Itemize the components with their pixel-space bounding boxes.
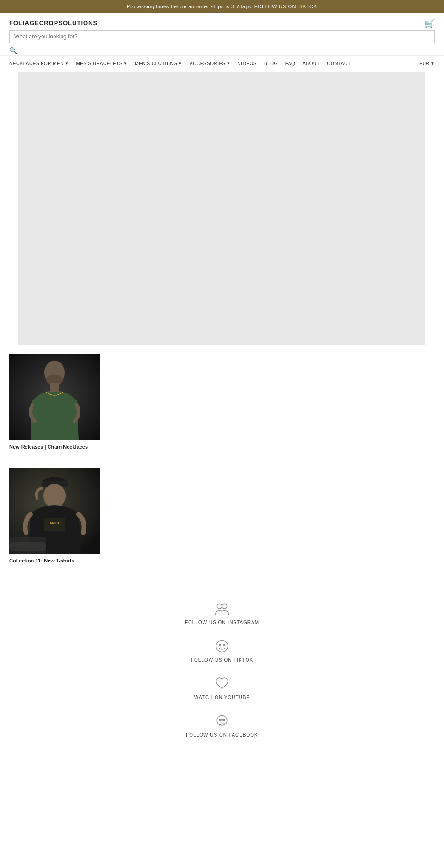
tshirt-image-svg: SMITH <box>9 468 100 554</box>
hero-banner <box>18 72 426 345</box>
currency-selector[interactable]: EUR ▼ <box>419 61 435 66</box>
nav-item-about[interactable]: ABOUT <box>299 59 323 68</box>
svg-point-20 <box>222 719 223 721</box>
social-item-facebook[interactable]: FOLLOW US ON FACEBOOK <box>186 713 258 737</box>
nav-item-clothing[interactable]: MEN'S CLOTHING ▼ <box>131 59 186 68</box>
nav-item-bracelets[interactable]: MEN'S BRACELETS ▼ <box>72 59 131 68</box>
svg-rect-4 <box>50 383 59 392</box>
search-bar <box>9 30 435 43</box>
search-input[interactable] <box>14 33 430 40</box>
svg-point-19 <box>219 719 221 721</box>
nav-item-necklaces[interactable]: NECKLACES FOR MEN ▼ <box>9 59 72 68</box>
chevron-down-icon: ▼ <box>65 62 68 66</box>
chevron-down-icon: ▼ <box>179 62 182 66</box>
cart-icon[interactable]: 🛒 <box>425 19 435 29</box>
smiley-icon <box>214 638 230 655</box>
product-title-tshirts: Collection 11: New T-shirts <box>9 558 435 563</box>
facebook-label: FOLLOW US ON FACEBOOK <box>186 732 258 737</box>
chevron-down-icon: ▼ <box>123 62 127 66</box>
social-item-instagram[interactable]: FOLLOW US ON INSTAGRAM <box>185 600 259 625</box>
nav-item-videos[interactable]: VIDEOS <box>234 59 260 68</box>
nav-item-contact[interactable]: CONTACT <box>323 59 354 68</box>
youtube-label: WATCH ON YOUTUBE <box>194 695 250 700</box>
search-button[interactable]: 🔍 <box>9 46 20 55</box>
instagram-label: FOLLOW US ON INSTAGRAM <box>185 620 259 625</box>
product-image-necklace <box>9 354 100 440</box>
nav-item-faq[interactable]: FAQ <box>282 59 299 68</box>
product-image-tshirt: SMITH <box>9 468 100 554</box>
svg-point-16 <box>219 644 221 646</box>
tiktok-label: FOLLOW US ON TIKTOK <box>191 657 253 662</box>
social-section: FOLLOW US ON INSTAGRAM FOLLOW US ON TIKT… <box>0 582 444 778</box>
svg-text:SMITH: SMITH <box>50 521 59 524</box>
product-card-tshirts[interactable]: SMITH Collection 11: New T-shirts <box>9 468 435 563</box>
necklace-image-svg <box>9 354 100 440</box>
svg-point-17 <box>223 644 225 646</box>
header: FOLIAGECROPSOLUTIONS 🔍 🛒 <box>0 13 444 55</box>
logo[interactable]: FOLIAGECROPSOLUTIONS <box>9 19 98 26</box>
svg-point-15 <box>216 640 228 652</box>
svg-rect-9 <box>44 518 65 531</box>
chevron-down-icon: ▼ <box>227 62 230 66</box>
navigation: NECKLACES FOR MEN ▼ MEN'S BRACELETS ▼ ME… <box>0 55 444 72</box>
people-icon <box>214 600 230 617</box>
svg-point-8 <box>43 484 66 508</box>
chat-icon <box>214 713 230 730</box>
svg-point-21 <box>223 719 225 721</box>
svg-point-14 <box>222 604 227 609</box>
social-item-tiktok[interactable]: FOLLOW US ON TIKTOK <box>191 638 253 662</box>
nav-item-blog[interactable]: BLOG <box>260 59 282 68</box>
svg-rect-12 <box>9 542 46 551</box>
search-icon: 🔍 <box>9 47 17 54</box>
product-title-necklaces: New Releases | Chain Necklaces <box>9 444 100 450</box>
nav-item-accessories[interactable]: ACCESSORIES ▼ <box>186 59 234 68</box>
top-banner: Processing times before an order ships i… <box>0 0 444 13</box>
svg-point-13 <box>217 604 222 609</box>
product-card-necklaces[interactable]: New Releases | Chain Necklaces <box>9 354 100 450</box>
chevron-down-icon: ▼ <box>430 61 435 66</box>
heart-icon <box>214 675 230 692</box>
social-item-youtube[interactable]: WATCH ON YOUTUBE <box>194 675 250 700</box>
product-section: New Releases | Chain Necklaces <box>0 345 444 582</box>
